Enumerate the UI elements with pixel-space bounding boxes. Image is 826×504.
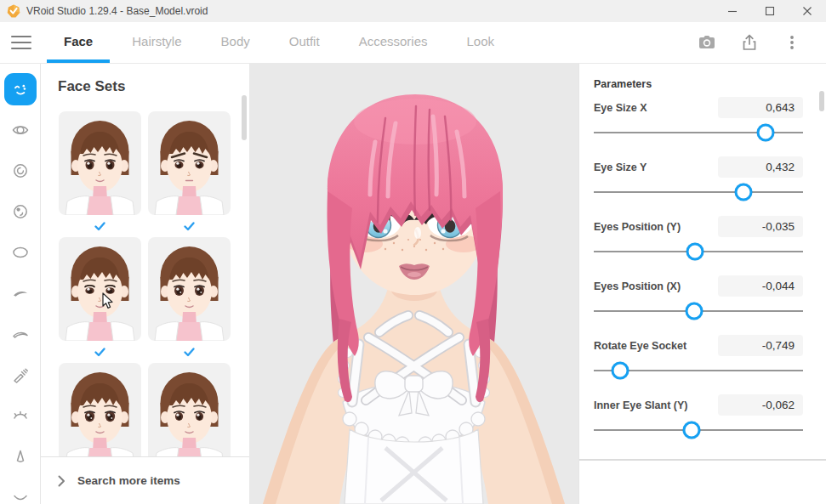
face-set-thumbnail-3[interactable] (59, 237, 141, 341)
parameter-rows: Eye Size X0,643Eye Size Y0,432Eyes Posit… (579, 94, 826, 451)
parameter-row: Eye Size Y0,432 (579, 154, 826, 213)
parameter-label: Eyes Position (X) (594, 280, 681, 292)
parameter-label: Eye Size Y (594, 161, 647, 173)
rail-item-eyelid[interactable] (0, 395, 41, 436)
face-set-thumbnail-5[interactable] (59, 363, 141, 467)
checkmark-icon (148, 341, 231, 363)
parameter-slider-track[interactable] (594, 132, 803, 133)
parameters-title: Parameters (594, 78, 652, 90)
rail-items (0, 64, 40, 504)
tab-look[interactable]: Look (449, 22, 511, 63)
face-set-item (148, 111, 231, 237)
search-more-items[interactable]: Search more items (41, 456, 249, 504)
parameters-panel: Parameters Eye Size X0,643Eye Size Y0,43… (578, 64, 826, 504)
tab-face[interactable]: Face (47, 22, 110, 63)
parameter-slider-track[interactable] (594, 310, 803, 312)
eye-iris-icon (4, 114, 37, 146)
window-controls (714, 0, 826, 22)
face-set-thumbnail-4[interactable] (148, 237, 231, 341)
rail-item-nose[interactable] (0, 436, 41, 477)
tab-hairstyle[interactable]: Hairstyle (115, 22, 198, 63)
eyebrows-icon (4, 318, 37, 350)
parameter-row: Eyes Position (X)-0,044 (579, 273, 826, 332)
eye-pupil-icon (4, 155, 37, 187)
rail-item-mouth[interactable] (0, 477, 41, 504)
face-sets-scrollbar[interactable] (242, 95, 247, 140)
search-more-label: Search more items (77, 474, 180, 487)
parameter-slider-handle[interactable] (685, 303, 703, 320)
rail-item-eye-pupil[interactable] (0, 150, 41, 191)
parameter-label: Inner Eye Slant (Y) (594, 399, 687, 411)
eye-white-icon (4, 236, 37, 269)
face-set-item (148, 237, 231, 363)
face-sets-icon (4, 73, 37, 105)
parameter-value[interactable]: -0,035 (718, 216, 803, 237)
eyelashes-icon (4, 277, 37, 309)
parameter-slider-track[interactable] (594, 370, 803, 371)
tab-outfit[interactable]: Outfit (272, 22, 337, 63)
parameter-slider-track[interactable] (594, 251, 803, 252)
face-set-item (59, 111, 141, 237)
rail-item-eye-iris[interactable] (0, 110, 41, 150)
more-icon[interactable] (782, 32, 802, 53)
panel-title: Face Sets (58, 78, 125, 95)
rail-item-eye-white[interactable] (0, 232, 41, 273)
parameter-row: Inner Eye Slant (Y)-0,062 (579, 392, 826, 451)
parameter-slider-handle[interactable] (757, 124, 775, 142)
tab-accessories[interactable]: Accessories (342, 22, 445, 63)
export-icon[interactable] (739, 32, 760, 53)
close-button[interactable] (789, 0, 826, 22)
parameter-label: Rotate Eye Socket (594, 340, 686, 352)
checkmark-icon (59, 215, 141, 237)
rail-item-face-sets[interactable] (0, 69, 41, 110)
rail-item-eyelashes[interactable] (0, 273, 41, 314)
nose-icon (4, 440, 37, 473)
parameters-divider (579, 459, 826, 461)
face-sets-panel: Face Sets (41, 64, 249, 504)
face-sets-grid (59, 111, 232, 489)
parameter-label: Eyes Position (Y) (594, 221, 681, 233)
rail-item-eyebrows[interactable] (0, 314, 41, 354)
toolbar: FaceHairstyleBodyOutfitAccessoriesLook (0, 22, 826, 64)
face-set-thumbnail-2[interactable] (148, 111, 231, 215)
maximize-button[interactable] (751, 0, 789, 22)
vroid-logo-icon (7, 4, 20, 18)
parameter-label: Eye Size X (594, 102, 647, 114)
face-set-item (59, 237, 141, 363)
parameters-scrollbar[interactable] (819, 91, 824, 111)
parameter-value[interactable]: 0,432 (718, 156, 803, 178)
parameter-row: Eyes Position (Y)-0,035 (579, 213, 826, 273)
parameter-slider-handle[interactable] (683, 422, 701, 439)
rail-item-eye-highlight[interactable] (0, 191, 41, 232)
titlebar: VRoid Studio 1.29.4 - Base_Model.vroid (0, 0, 826, 22)
eyelid-icon (4, 399, 37, 432)
camera-icon[interactable] (697, 32, 717, 53)
parameter-value[interactable]: -0,044 (718, 275, 803, 297)
chevron-right-icon (58, 475, 66, 487)
eyeliner-icon (4, 359, 37, 391)
parameter-slider-track[interactable] (594, 429, 803, 431)
parameter-slider-handle[interactable] (686, 243, 704, 261)
face-set-thumbnail-1[interactable] (59, 111, 141, 215)
parameter-slider-handle[interactable] (611, 362, 629, 380)
menu-icon[interactable] (11, 35, 31, 50)
tab-body[interactable]: Body (204, 22, 267, 63)
window-title: VRoid Studio 1.29.4 - Base_Model.vroid (26, 5, 208, 17)
checkmark-icon (59, 341, 141, 363)
face-set-thumbnail-6[interactable] (148, 363, 231, 467)
checkmark-icon (148, 215, 231, 237)
character-viewport[interactable] (249, 64, 578, 504)
main-tabs: FaceHairstyleBodyOutfitAccessoriesLook (47, 22, 511, 63)
eye-highlight-icon (4, 195, 37, 228)
rail-item-eyeliner[interactable] (0, 354, 41, 395)
parameter-slider-handle[interactable] (735, 184, 753, 201)
minimize-button[interactable] (714, 0, 751, 22)
parameter-row: Rotate Eye Socket-0,749 (579, 332, 826, 392)
mouth-icon (4, 481, 37, 504)
parameter-value[interactable]: -0,062 (718, 394, 803, 416)
parameter-value[interactable]: -0,749 (718, 335, 803, 356)
parameter-value[interactable]: 0,643 (718, 97, 803, 118)
parameter-row: Eye Size X0,643 (579, 94, 826, 154)
parameter-slider-track[interactable] (594, 191, 803, 193)
character-preview (249, 64, 578, 504)
